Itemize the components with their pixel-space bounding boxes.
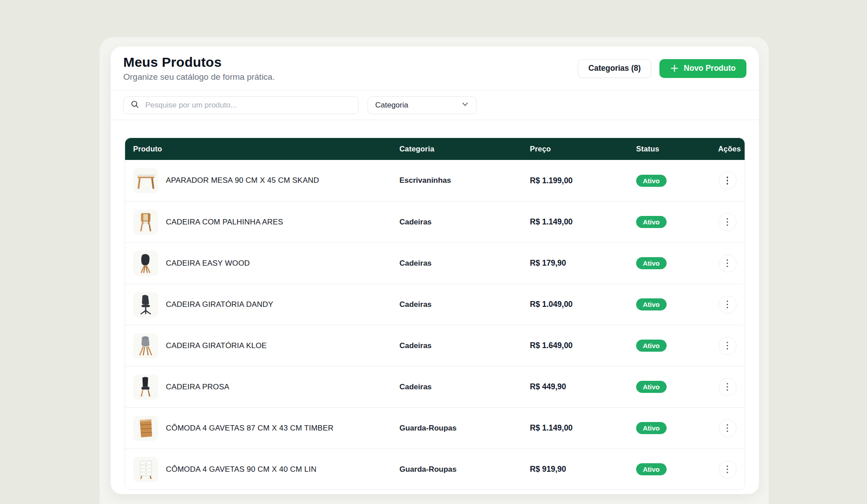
console-table-thumb [133,168,158,193]
product-category: Cadeiras [391,218,522,227]
table-header-row: ProdutoCategoriaPreçoStatusAções [125,138,745,160]
product-category: Cadeiras [391,341,522,350]
row-actions-menu-button[interactable] [719,296,737,314]
table-row: CADEIRA EASY WOODCadeirasR$ 179,90Ativo [125,242,745,284]
product-name: CADEIRA EASY WOOD [166,259,250,268]
title-block: Meus Produtos Organize seu catálogo de f… [123,55,275,82]
white-dresser-thumb [133,457,158,482]
table-row: CADEIRA PROSACadeirasR$ 449,90Ativo [125,366,745,407]
column-header-preco: Preço [522,145,628,153]
product-price: R$ 1.149,00 [522,423,628,433]
new-product-button-label: Novo Produto [684,64,736,73]
search-box[interactable] [123,96,359,114]
product-price: R$ 1.149,00 [522,217,628,227]
product-name: CÔMODA 4 GAVETAS 90 CM X 40 CM LIN [166,465,316,474]
status-cell: Ativo [628,175,710,187]
cane-chair-thumb [133,210,158,235]
product-cell: CADEIRA PROSA [125,375,391,400]
table-row: CADEIRA GIRATÓRIA KLOECadeirasR$ 1.649,0… [125,325,745,366]
filter-bar: Categoria [111,90,759,120]
status-cell: Ativo [628,381,710,393]
table-row: CADEIRA COM PALHINHA ARESCadeirasR$ 1.14… [125,201,745,242]
product-price: R$ 1.049,00 [522,300,628,309]
product-category: Guarda-Roupas [391,465,522,474]
row-actions-menu-button[interactable] [719,378,737,396]
status-cell: Ativo [628,340,710,352]
column-header-status: Status [628,145,710,153]
column-header-produto: Produto [125,145,391,153]
status-badge: Ativo [636,175,667,187]
table-row: CADEIRA GIRATÓRIA DANDYCadeirasR$ 1.049,… [125,284,745,325]
status-badge: Ativo [636,257,667,269]
table-body: APARADOR MESA 90 CM X 45 CM SKANDEscriva… [125,160,745,490]
status-badge: Ativo [636,216,667,228]
product-category: Guarda-Roupas [391,424,522,433]
product-name: CÔMODA 4 GAVETAS 87 CM X 43 CM TIMBER [166,424,334,433]
status-badge: Ativo [636,422,667,434]
panel-header: Meus Produtos Organize seu catálogo de f… [111,47,759,90]
status-cell: Ativo [628,216,710,228]
products-table: ProdutoCategoriaPreçoStatusAções APARADO… [125,138,745,490]
page-title: Meus Produtos [123,55,275,70]
actions-cell [710,461,745,478]
row-actions-menu-button[interactable] [719,419,737,437]
header-actions: Categorias (8) Novo Produto [578,59,746,78]
row-actions-menu-button[interactable] [719,172,737,190]
status-badge: Ativo [636,340,667,352]
table-row: CÔMODA 4 GAVETAS 90 CM X 40 CM LINGuarda… [125,448,745,490]
product-price: R$ 1.649,00 [522,341,628,350]
product-cell: CÔMODA 4 GAVETAS 90 CM X 40 CM LIN [125,457,391,482]
actions-cell [710,419,745,437]
chevron-down-icon [461,100,469,110]
product-cell: APARADOR MESA 90 CM X 45 CM SKAND [125,168,391,193]
product-cell: CADEIRA EASY WOOD [125,251,391,276]
row-actions-menu-button[interactable] [719,254,737,272]
product-price: R$ 449,90 [522,382,628,392]
product-name: CADEIRA GIRATÓRIA KLOE [166,341,267,350]
plus-icon [670,64,679,73]
row-actions-menu-button[interactable] [719,337,737,355]
app-background: { "page": { "title": "Meus Produtos", "s… [0,0,867,504]
column-header-categoria: Categoria [391,145,522,153]
status-cell: Ativo [628,463,710,475]
actions-cell [710,296,745,314]
search-icon [130,100,139,111]
actions-cell [710,172,745,190]
product-cell: CADEIRA COM PALHINHA ARES [125,210,391,235]
product-name: CADEIRA PROSA [166,383,229,392]
product-price: R$ 919,90 [522,465,628,474]
column-header-acoes: Ações [710,145,745,153]
category-select[interactable]: Categoria [368,96,477,114]
product-name: CADEIRA COM PALHINHA ARES [166,218,283,227]
product-category: Escrivaninhas [391,176,522,185]
actions-cell [710,254,745,272]
product-cell: CADEIRA GIRATÓRIA KLOE [125,333,391,358]
product-category: Cadeiras [391,383,522,392]
product-price: R$ 1.199,00 [522,176,628,185]
product-cell: CADEIRA GIRATÓRIA DANDY [125,292,391,317]
table-row: APARADOR MESA 90 CM X 45 CM SKANDEscriva… [125,160,745,201]
wood-dresser-thumb [133,416,158,441]
product-category: Cadeiras [391,300,522,309]
product-name: APARADOR MESA 90 CM X 45 CM SKAND [166,176,319,185]
actions-cell [710,378,745,396]
black-dining-chair-thumb [133,375,158,400]
categories-button-label: Categorias (8) [589,64,641,73]
status-badge: Ativo [636,463,667,475]
search-input[interactable] [145,101,351,110]
row-actions-menu-button[interactable] [719,461,737,478]
black-shell-chair-thumb [133,251,158,276]
status-badge: Ativo [636,381,667,393]
status-cell: Ativo [628,422,710,434]
status-badge: Ativo [636,298,667,310]
status-cell: Ativo [628,257,710,269]
row-actions-menu-button[interactable] [719,213,737,231]
new-product-button[interactable]: Novo Produto [659,59,746,78]
product-price: R$ 179,90 [522,258,628,268]
table-row: CÔMODA 4 GAVETAS 87 CM X 43 CM TIMBERGua… [125,407,745,448]
dark-swivel-chair-thumb [133,292,158,317]
actions-cell [710,337,745,355]
product-category: Cadeiras [391,259,522,268]
status-cell: Ativo [628,298,710,310]
categories-button[interactable]: Categorias (8) [578,59,652,78]
